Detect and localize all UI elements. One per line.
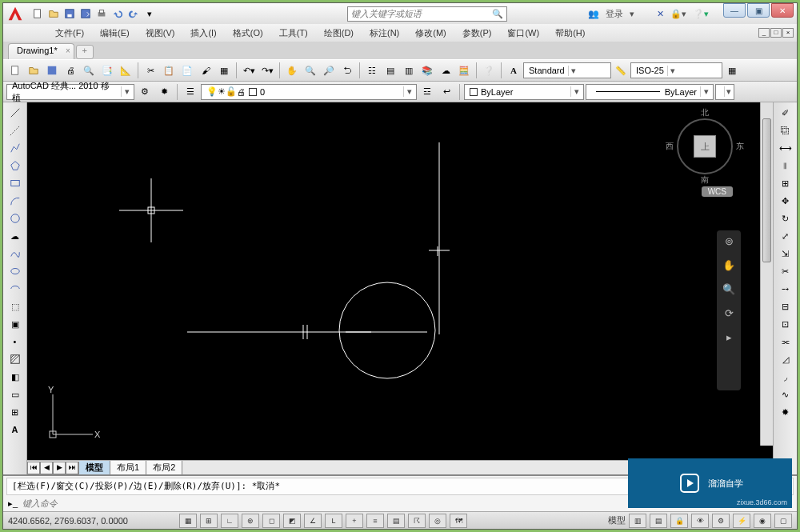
vertical-scrollbar[interactable] [760, 102, 773, 446]
layer-previous-icon[interactable]: ↩ [438, 83, 455, 101]
markup-icon[interactable]: ☁ [437, 62, 454, 79]
zoom-icon[interactable]: 🔍 [721, 283, 737, 299]
linetype-combo[interactable]: ByLayer▾ [586, 84, 714, 100]
join-icon[interactable]: ⫘ [777, 334, 794, 350]
chevron-down-icon[interactable]: ▾ [700, 86, 711, 97]
table-style-icon[interactable]: ▦ [723, 62, 741, 79]
menu-draw[interactable]: 绘图(D) [316, 25, 362, 42]
help-icon[interactable]: ❔▾ [693, 9, 709, 19]
fillet-icon[interactable]: ◞ [777, 369, 794, 385]
hardware-accel-icon[interactable]: ⚡ [733, 514, 750, 528]
erase-icon[interactable]: ✐ [777, 105, 794, 121]
copy-obj-icon[interactable]: ⿻ [777, 122, 794, 138]
menu-insert[interactable]: 插入(I) [182, 25, 224, 42]
insert-block-icon[interactable]: ⬚ [6, 298, 24, 314]
login-label[interactable]: 登录 [606, 8, 623, 20]
new-icon[interactable] [6, 62, 24, 79]
construction-line-icon[interactable] [6, 122, 24, 138]
mdi-max-icon[interactable]: □ [770, 28, 782, 38]
menu-window[interactable]: 窗口(W) [499, 25, 547, 42]
ellipse-arc-icon[interactable] [6, 281, 24, 297]
chevron-down-icon[interactable]: ▾ [403, 86, 414, 97]
tab-model[interactable]: 模型 [79, 461, 110, 474]
circle-icon[interactable] [6, 210, 24, 226]
next-tab-icon[interactable]: ▶ [53, 462, 66, 474]
last-tab-icon[interactable]: ⏭ [66, 462, 78, 474]
menu-tools[interactable]: 工具(T) [271, 25, 316, 42]
workspace-save-icon[interactable]: ✹ [155, 83, 173, 101]
menu-modify[interactable]: 修改(M) [407, 25, 454, 42]
3ddwf-icon[interactable]: 📐 [117, 62, 134, 79]
showmotion-icon[interactable]: ▸ [721, 331, 737, 347]
help-icon[interactable]: ❔ [480, 62, 498, 79]
isolate-objects-icon[interactable]: ◉ [754, 514, 771, 528]
textstyle-icon[interactable]: A [505, 62, 522, 79]
polar-icon[interactable]: ⊛ [242, 514, 259, 528]
chevron-down-icon[interactable]: ▾ [667, 66, 678, 76]
quickcalc-icon[interactable]: 🧮 [455, 62, 473, 79]
tpy-icon[interactable]: ▤ [387, 514, 405, 528]
stayconnected-icon[interactable]: 🔒▾ [670, 9, 686, 19]
cut-icon[interactable]: ✂ [142, 62, 159, 79]
zoom-previous-icon[interactable]: ⮌ [338, 62, 356, 79]
scrollbar-thumb[interactable] [762, 118, 771, 262]
tab-layout1[interactable]: 布局1 [110, 461, 146, 474]
offset-icon[interactable]: ⫴ [777, 158, 794, 174]
workspace-switching-icon[interactable]: ⚙ [712, 514, 730, 528]
menu-dimension[interactable]: 标注(N) [362, 25, 407, 42]
quickview-drawings-icon[interactable]: ▤ [650, 514, 667, 528]
mdi-min-icon[interactable]: _ [758, 28, 770, 38]
mirror-icon[interactable]: ⟷ [777, 140, 794, 156]
osnap-icon[interactable]: ◻ [262, 514, 280, 528]
extend-icon[interactable]: ⤍ [777, 281, 794, 297]
model-label[interactable]: 模型 [608, 514, 626, 526]
match-prop-icon[interactable]: 🖌 [197, 62, 214, 79]
explode-icon[interactable]: ✸ [777, 404, 794, 420]
3dosnap-icon[interactable]: ◩ [283, 514, 301, 528]
arc-icon[interactable] [6, 193, 24, 209]
menu-parametric[interactable]: 参数(P) [454, 25, 500, 42]
dimstyle-icon[interactable]: 📏 [612, 62, 630, 79]
revcloud-icon[interactable]: ☁ [6, 228, 24, 244]
dim-style-combo[interactable]: ISO-25▾ [630, 62, 722, 78]
exchange-icon[interactable]: ✕ [657, 9, 664, 19]
line-icon[interactable] [6, 105, 24, 121]
hatch-icon[interactable] [6, 351, 24, 367]
coordinates[interactable]: 4240.6562, 2769.6037, 0.0000 [8, 516, 176, 526]
qp-icon[interactable]: ☈ [408, 514, 426, 528]
ortho-icon[interactable]: ∟ [221, 514, 238, 528]
mdi-close-icon[interactable]: × [782, 28, 794, 38]
am-icon[interactable]: 🗺 [450, 514, 467, 528]
annotation-visibility-icon[interactable]: 👁 [691, 514, 709, 528]
mtext-icon[interactable]: A [6, 422, 24, 438]
trim-icon[interactable]: ✂ [777, 263, 794, 279]
menu-help[interactable]: 帮助(H) [547, 25, 593, 42]
dyn-icon[interactable]: + [346, 514, 363, 528]
otrack-icon[interactable]: ∠ [304, 514, 322, 528]
tab-layout2[interactable]: 布局2 [146, 461, 182, 474]
quickview-layouts-icon[interactable]: ▥ [629, 514, 646, 528]
login-dropdown-icon[interactable]: ▾ [630, 9, 634, 19]
text-style-combo[interactable]: Standard▾ [523, 62, 611, 78]
redo-icon[interactable]: ↷▾ [258, 62, 276, 79]
menu-view[interactable]: 视图(V) [138, 25, 183, 42]
saveas-icon[interactable] [78, 6, 93, 21]
move-icon[interactable]: ✥ [777, 193, 794, 209]
viewcube-top[interactable]: 上 [694, 135, 716, 158]
chamfer-icon[interactable]: ◿ [777, 351, 794, 367]
menu-edit[interactable]: 编辑(E) [92, 25, 138, 42]
stretch-icon[interactable]: ⇲ [777, 246, 794, 262]
chevron-down-icon[interactable]: ▾ [570, 86, 582, 97]
annotation-scale-icon[interactable]: 🔒 [670, 514, 688, 528]
plot-preview-icon[interactable]: 🔍 [80, 62, 98, 79]
blend-icon[interactable]: ∿ [777, 386, 794, 402]
chevron-down-icon[interactable]: ▾ [724, 86, 732, 97]
print-icon[interactable] [94, 6, 109, 21]
block-editor-icon[interactable]: ▦ [215, 62, 233, 79]
table-icon[interactable]: ⊞ [6, 404, 24, 420]
paste-icon[interactable]: 📄 [178, 62, 196, 79]
qat-dropdown-icon[interactable]: ▾ [142, 6, 157, 21]
publish-icon[interactable]: 📑 [98, 62, 116, 79]
pan-icon[interactable]: ✋ [283, 62, 301, 79]
properties-icon[interactable]: ☷ [363, 62, 381, 79]
